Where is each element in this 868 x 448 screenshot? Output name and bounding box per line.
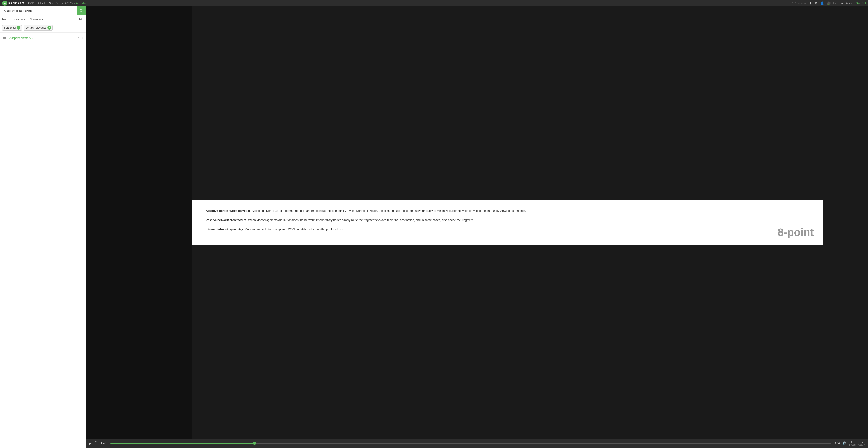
quality-control[interactable]: 1x Quality — [858, 441, 865, 446]
video-content: Adaptive-bitrate (ABR) playback: Videos … — [86, 6, 868, 439]
search-icon — [79, 9, 83, 13]
slide-area: Adaptive-bitrate (ABR) playback: Videos … — [192, 200, 823, 245]
sidebar-item-bookmarks[interactable]: Bookmarks — [13, 17, 26, 21]
camera-icon[interactable]: 🎥 — [827, 1, 831, 5]
video-area: Adaptive-bitrate (ABR) playback: Videos … — [86, 6, 868, 448]
search-button[interactable] — [76, 6, 86, 15]
hide-link[interactable]: Hide — [78, 18, 84, 21]
speed-title: Speed — [849, 444, 856, 446]
filter-row: Search all ✓ Sort by relevance ✓ — [0, 23, 86, 33]
search-all-label: Search all — [4, 26, 16, 29]
top-icons: ☆ ☆ ☆ ☆ ☆ ⬇ ⚙ 👤 🎥 Help Ari Bixhorn Sign … — [791, 1, 866, 5]
session-title: OCR Test 1 – Text Size — [28, 2, 54, 4]
sidebar-item-notes[interactable]: Notes — [2, 17, 9, 21]
speed-value: 1x — [851, 441, 854, 444]
volume-button[interactable]: 🔊 — [842, 442, 846, 445]
result-title: Adaptive bitrate ABR — [9, 36, 76, 39]
replay-button[interactable] — [94, 441, 98, 446]
signout-button[interactable]: Sign Out — [856, 2, 866, 4]
slide-p1-label: Adaptive-bitrate (ABR) playback: — [206, 209, 252, 213]
search-input[interactable] — [0, 6, 76, 15]
slide-paragraph-1: Adaptive-bitrate (ABR) playback: Videos … — [206, 209, 809, 213]
brand-name: PANOPTO — [8, 2, 24, 5]
progress-bar[interactable] — [110, 443, 831, 444]
sort-label: Sort by relevance — [25, 26, 46, 29]
sidebar-nav: Notes Bookmarks Comments Hide — [0, 15, 86, 23]
results-list: ▤ Adaptive bitrate ABR 1:40 — [0, 33, 86, 448]
star-rating[interactable]: ☆ ☆ ☆ ☆ ☆ — [791, 2, 807, 5]
sort-filter[interactable]: Sort by relevance ✓ — [24, 25, 53, 31]
slide-p2-body: When video fragments are in transit on t… — [247, 218, 474, 222]
slide-paragraph-3: Internet-intranet symmetry: Modern proto… — [206, 227, 809, 232]
corner-label: 8-point — [778, 226, 814, 238]
result-time: 1:40 — [78, 37, 83, 39]
time-current: 1:40 — [101, 442, 107, 445]
result-item[interactable]: ▤ Adaptive bitrate ABR 1:40 — [0, 34, 86, 42]
slide-paragraph-2: Passive network architecture: When video… — [206, 218, 809, 223]
search-bar — [0, 6, 86, 15]
svg-point-0 — [80, 9, 82, 11]
progress-handle[interactable] — [253, 442, 256, 445]
settings-icon[interactable]: ⚙ — [815, 1, 817, 5]
replay-icon — [94, 441, 98, 445]
filter-badge: ✓ — [17, 26, 20, 30]
bottom-controls: ▶ 1:40 -0:04 🔊 1x Speed 1x Quality — [86, 439, 868, 448]
panopto-logo-icon: ▶ — [2, 1, 7, 6]
time-end: -0:04 — [834, 442, 840, 445]
logo[interactable]: ▶ PANOPTO — [2, 1, 24, 6]
speed-control[interactable]: 1x Speed — [849, 441, 856, 446]
search-all-filter[interactable]: Search all ✓ — [2, 25, 22, 31]
play-button[interactable]: ▶ — [89, 441, 91, 446]
author-link[interactable]: Ari Bixhorn — [76, 2, 88, 4]
svg-line-1 — [82, 11, 83, 12]
speaker-panel — [86, 6, 192, 439]
sidebar: Notes Bookmarks Comments Hide Search all… — [0, 6, 86, 448]
sidebar-item-comments[interactable]: Comments — [30, 17, 43, 21]
share-icon[interactable]: 👤 — [820, 1, 824, 5]
sort-badge: ✓ — [48, 26, 51, 30]
slide-p3-body: Modern protocols treat corporate WANs no… — [244, 227, 345, 231]
slide-p3-label: Internet-intranet symmetry: — [206, 227, 244, 231]
quality-value: 1x — [861, 441, 863, 444]
result-icon: ▤ — [3, 35, 7, 40]
username-display: Ari Bixhorn — [841, 2, 853, 4]
date-author: October 6 2015 in Ari Bixhorn — [56, 2, 88, 4]
slide-p2-label: Passive network architecture: — [206, 218, 247, 222]
help-button[interactable]: Help — [833, 2, 839, 4]
download-icon[interactable]: ⬇ — [809, 1, 812, 5]
progress-fill — [110, 443, 254, 444]
slide-p1-body: Videos delivered using modern protocols … — [252, 209, 526, 213]
topbar: ▶ PANOPTO OCR Test 1 – Text Size October… — [0, 0, 868, 6]
quality-title: Quality — [858, 444, 865, 446]
main-layout: Notes Bookmarks Comments Hide Search all… — [0, 6, 868, 448]
